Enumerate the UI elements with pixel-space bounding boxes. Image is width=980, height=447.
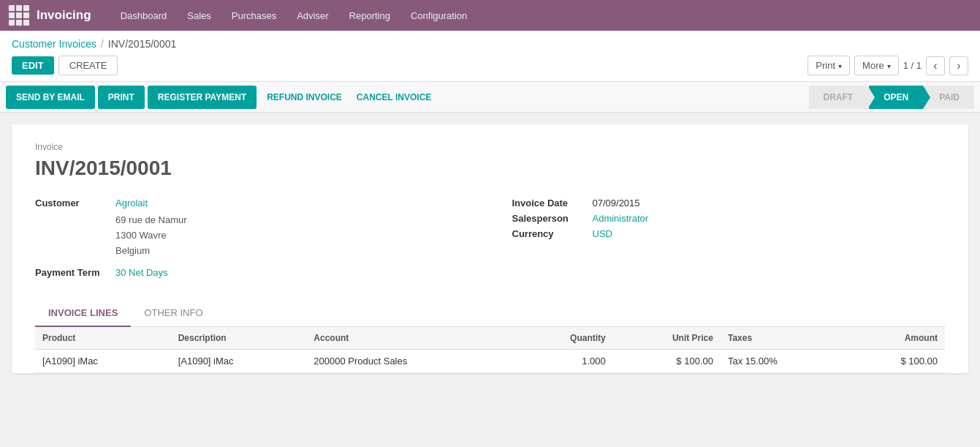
print-chevron bbox=[838, 60, 842, 71]
invoice-number: INV/2015/0001 bbox=[35, 157, 945, 180]
status-steps: DRAFT OPEN PAID bbox=[809, 82, 974, 113]
step-paid: PAID bbox=[924, 86, 974, 109]
step-draft: DRAFT bbox=[809, 86, 868, 109]
nav-purchases[interactable]: Purchases bbox=[223, 0, 285, 31]
col-product: Product bbox=[35, 327, 171, 350]
cell-amount: $ 100.00 bbox=[845, 350, 945, 373]
currency-value[interactable]: USD bbox=[593, 228, 612, 239]
breadcrumb-bar: Customer Invoices / INV/2015/0001 EDIT C… bbox=[0, 31, 980, 82]
address-line-3: Belgium bbox=[115, 244, 468, 259]
cell-product: [A1090] iMac bbox=[35, 350, 171, 373]
more-button[interactable]: More bbox=[854, 56, 899, 75]
nav-dashboard[interactable]: Dashboard bbox=[112, 0, 176, 31]
print-button[interactable]: Print bbox=[808, 56, 850, 75]
salesperson-label: Salesperson bbox=[512, 213, 593, 224]
send-by-email-button[interactable]: SEND BY EMAIL bbox=[6, 86, 95, 109]
customer-name[interactable]: Agrolait bbox=[115, 198, 148, 209]
col-account: Account bbox=[306, 327, 515, 350]
payment-term-field: Payment Term 30 Net Days bbox=[35, 267, 468, 278]
breadcrumb-current: INV/2015/0001 bbox=[108, 38, 176, 50]
nav-configuration[interactable]: Configuration bbox=[402, 0, 476, 31]
chevron-right-icon bbox=[957, 59, 960, 72]
col-unit-price: Unit Price bbox=[613, 327, 721, 350]
invoice-date-field: Invoice Date 07/09/2015 bbox=[512, 198, 946, 209]
right-field-col: Invoice Date 07/09/2015 Salesperson Admi… bbox=[512, 198, 946, 282]
tab-other-info[interactable]: OTHER INFO bbox=[131, 300, 216, 327]
prev-page-button[interactable] bbox=[926, 56, 945, 75]
nav-reporting[interactable]: Reporting bbox=[341, 0, 399, 31]
cell-account: 200000 Product Sales bbox=[306, 350, 515, 373]
currency-label: Currency bbox=[512, 228, 593, 239]
breadcrumb: Customer Invoices / INV/2015/0001 bbox=[12, 38, 968, 50]
print-label: Print bbox=[816, 60, 835, 71]
invoice-fields: Customer Agrolait 69 rue de Namur 1300 W… bbox=[35, 198, 945, 282]
next-page-button[interactable] bbox=[949, 56, 968, 75]
address-line-1: 69 rue de Namur bbox=[115, 213, 468, 228]
nav-links: Dashboard Sales Purchases Adviser Report… bbox=[112, 0, 476, 31]
cell-taxes: Tax 15.00% bbox=[721, 350, 845, 373]
payment-term-value[interactable]: 30 Net Days bbox=[115, 267, 168, 278]
create-button[interactable]: CREATE bbox=[58, 56, 118, 75]
left-field-col: Customer Agrolait 69 rue de Namur 1300 W… bbox=[35, 198, 468, 282]
more-label: More bbox=[862, 60, 884, 71]
salesperson-field: Salesperson Administrator bbox=[512, 213, 946, 224]
salesperson-value[interactable]: Administrator bbox=[593, 213, 649, 224]
tabs: INVOICE LINES OTHER INFO bbox=[35, 300, 945, 327]
breadcrumb-parent[interactable]: Customer Invoices bbox=[12, 38, 96, 50]
col-description: Description bbox=[171, 327, 307, 350]
col-quantity: Quantity bbox=[516, 327, 613, 350]
nav-adviser[interactable]: Adviser bbox=[288, 0, 337, 31]
customer-address: 69 rue de Namur 1300 Wavre Belgium bbox=[115, 213, 468, 258]
action-row: EDIT CREATE Print More 1 / 1 bbox=[12, 56, 968, 81]
invoice-date-label: Invoice Date bbox=[512, 198, 593, 209]
more-chevron bbox=[887, 60, 891, 71]
breadcrumb-separator: / bbox=[101, 38, 104, 50]
pagination-count: 1 / 1 bbox=[903, 60, 922, 71]
customer-field: Customer Agrolait bbox=[35, 198, 468, 209]
app-grid-icon[interactable] bbox=[9, 5, 29, 26]
address-line-2: 1300 Wavre bbox=[115, 228, 468, 244]
payment-term-label: Payment Term bbox=[35, 267, 115, 278]
chevron-left-icon bbox=[933, 59, 937, 72]
tab-invoice-lines[interactable]: INVOICE LINES bbox=[35, 300, 131, 327]
register-payment-button[interactable]: REGISTER PAYMENT bbox=[148, 86, 257, 109]
customer-label: Customer bbox=[35, 198, 115, 209]
col-taxes: Taxes bbox=[721, 327, 845, 350]
invoice-table: Product Description Account Quantity Uni… bbox=[35, 327, 945, 373]
invoice-date-value: 07/09/2015 bbox=[593, 198, 640, 209]
table-row[interactable]: [A1090] iMac [A1090] iMac 200000 Product… bbox=[35, 350, 945, 373]
top-navigation: Invoicing Dashboard Sales Purchases Advi… bbox=[0, 0, 980, 31]
refund-invoice-button[interactable]: REFUND INVOICE bbox=[259, 86, 349, 109]
table-header-row: Product Description Account Quantity Uni… bbox=[35, 327, 945, 350]
col-amount: Amount bbox=[845, 327, 945, 350]
cell-quantity: 1.000 bbox=[516, 350, 613, 373]
edit-button[interactable]: EDIT bbox=[12, 56, 54, 75]
cancel-invoice-button[interactable]: CANCEL INVOICE bbox=[349, 86, 438, 109]
currency-field: Currency USD bbox=[512, 228, 946, 239]
print-action-button[interactable]: PRINT bbox=[98, 86, 145, 109]
app-title: Invoicing bbox=[37, 8, 91, 23]
invoice-label: Invoice bbox=[35, 142, 945, 152]
cell-unit-price: $ 100.00 bbox=[613, 350, 721, 373]
pagination: 1 / 1 bbox=[903, 56, 968, 75]
step-open: OPEN bbox=[869, 86, 923, 109]
status-bar: SEND BY EMAIL PRINT REGISTER PAYMENT REF… bbox=[0, 82, 980, 113]
cell-description: [A1090] iMac bbox=[171, 350, 307, 373]
invoice-card: Invoice INV/2015/0001 Customer Agrolait … bbox=[12, 124, 968, 373]
main-content: Invoice INV/2015/0001 Customer Agrolait … bbox=[0, 113, 980, 385]
nav-sales[interactable]: Sales bbox=[178, 0, 220, 31]
